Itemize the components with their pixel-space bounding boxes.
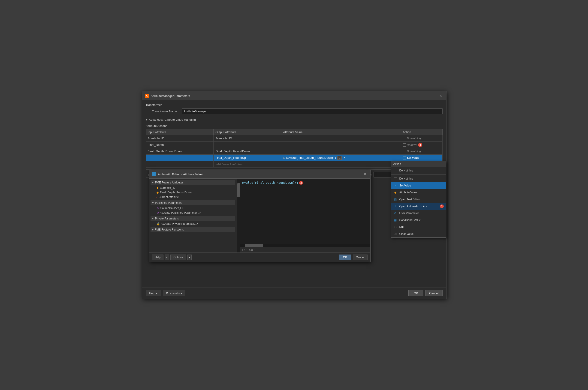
tree-item-source-dataset[interactable]: ⚙ SourceDataset_FFS [151, 206, 235, 210]
ctx-item-do-nothing-1[interactable]: Do Nothing [391, 167, 446, 174]
ctx-item-set-value[interactable]: ■ Set Value [391, 182, 446, 189]
arith-close-button[interactable]: × [363, 172, 367, 177]
ctx-item-null[interactable]: ∅ Null [391, 224, 446, 231]
arith-bottom-right: OK Cancel [339, 254, 368, 260]
ctx-item-open-text-editor[interactable]: ▤ Open Text Editor... [391, 196, 446, 203]
group-label: Published Parameters [155, 201, 182, 204]
ctx-set-value-icon: ■ [393, 184, 398, 188]
group-expand-icon [152, 202, 154, 203]
table-row[interactable]: Final_Depth_RoundUp ⊞ @Value(Final_Depth… [146, 155, 442, 161]
ctx-text-editor-icon: ▤ [393, 197, 398, 201]
ctx-item-label: Conditional Value... [399, 219, 423, 222]
action-text-selected: Set Value [407, 156, 419, 159]
formula-dropdown-arrow[interactable] [343, 157, 347, 158]
tree-item-final-depth-rounddown[interactable]: ◆ Final_Depth_RoundDown [151, 190, 235, 195]
tree-item-create-published[interactable]: ⚙ <Create Published Parameter...> [151, 210, 235, 215]
arith-status-bar: Ln 1, Col 1 [240, 247, 370, 252]
dialog-title: AttributeManager Parameters [151, 94, 190, 98]
arith-editor-area[interactable]: @Value(Final_Depth_RoundDown)+1 2 [240, 179, 370, 244]
ctx-null-icon: ∅ [393, 225, 398, 229]
input-attr-cell: Borehole_ID [146, 135, 213, 142]
main-cancel-button[interactable]: Cancel [425, 290, 442, 296]
presets-button[interactable]: ⚙ Presets [163, 290, 185, 296]
remove-badge: 3 [418, 143, 422, 147]
arith-editor-panel: @Value(Final_Depth_RoundDown)+1 2 Ln 1, … [240, 179, 370, 252]
arith-tree-scrollbar[interactable] [237, 179, 240, 252]
group-label: FME Feature Attributes [155, 181, 184, 184]
arith-help-dropdown[interactable]: ▾ [165, 254, 169, 260]
formula-dots-button[interactable]: ... [337, 156, 342, 160]
output-attr-cell: Final_Depth_RoundUp [213, 155, 281, 161]
ctx-item-do-nothing-2[interactable]: Do Nothing [391, 175, 446, 182]
title-bar-left: A AttributeManager Parameters [145, 94, 190, 98]
formula-icon: ⊞ [283, 156, 285, 159]
arithmetic-editor-dialog: ± Arithmetic Editor - 'Attribute Value' … [149, 170, 371, 262]
transformer-name-label: Transformer Name: [146, 110, 178, 113]
main-ok-button[interactable]: OK [408, 290, 424, 296]
tree-item-label: <Create Published Parameter...> [160, 211, 201, 214]
arith-options-dropdown[interactable]: ▾ [187, 254, 192, 260]
arith-cancel-button[interactable]: Cancel [353, 254, 367, 260]
ctx-item-clear-value[interactable]: ◁ Clear Value [391, 231, 446, 238]
ctx-item-label: Null [399, 225, 404, 229]
group-expand-icon [152, 182, 154, 183]
arith-horiz-scroll-thumb [245, 244, 263, 247]
arith-title-bar: ± Arithmetic Editor - 'Attribute Value' … [149, 170, 370, 179]
action-checkbox [403, 143, 406, 146]
presets-dropdown-icon [181, 292, 182, 295]
tree-group-published-params[interactable]: Published Parameters [151, 200, 235, 205]
attribute-icon: ◆ [157, 186, 159, 190]
arith-ok-button[interactable]: OK [339, 254, 351, 260]
advanced-triangle-icon [146, 119, 148, 121]
tree-group-fme-attrs[interactable]: FME Feature Attributes [151, 180, 235, 185]
input-attr-cell-add [146, 161, 213, 168]
output-attr-cell: Borehole_ID [213, 135, 281, 142]
arith-horiz-scrollbar[interactable] [240, 244, 370, 247]
ctx-item-user-parameter[interactable]: ⚙ User Parameter [391, 210, 446, 217]
tree-item-create-private[interactable]: 🔒 <Create Private Parameter...> [151, 222, 235, 226]
table-row[interactable]: Final_Depth Remove 3 [146, 142, 442, 148]
published-param-icon: ⚙ [157, 211, 159, 214]
ctx-item-conditional-value[interactable]: ▦ Conditional Value... [391, 217, 446, 224]
main-close-button[interactable]: × [438, 93, 443, 98]
arith-dialog-title: Arithmetic Editor - 'Attribute Value' [158, 173, 203, 176]
tree-item-current-attribute[interactable]: f Current Attribute [151, 195, 235, 199]
transformer-name-input[interactable] [182, 108, 443, 114]
output-attr-cell [213, 142, 281, 148]
formula-badge: 2 [299, 181, 303, 185]
ctx-item-label: Open Arithmetic Editor... [399, 205, 429, 208]
formula-value: @Value(Final_Depth_RoundDown)+1 [286, 156, 336, 159]
tree-group-private-params[interactable]: Private Parameters [151, 216, 235, 221]
transformer-section-label: Transformer [146, 103, 443, 107]
context-menu-header: Action [391, 161, 446, 167]
col-header-value: Attribute Value [281, 129, 401, 135]
arith-editor-badge: 1 [440, 204, 444, 208]
help-button[interactable]: Help [146, 290, 161, 296]
ctx-item-label: Set Value [399, 184, 411, 187]
ctx-item-label: Do Nothing [399, 169, 413, 172]
advanced-row[interactable]: Advanced: Attribute Value Handling [146, 118, 443, 121]
arith-options-button[interactable]: Options [170, 254, 186, 260]
arith-help-button[interactable]: Help [152, 254, 164, 260]
ctx-clear-icon: ◁ [393, 232, 398, 236]
ctx-item-attribute-value[interactable]: ◆ Attribute Value [391, 189, 446, 196]
function-icon: f [157, 196, 158, 198]
tree-item-borehole-id[interactable]: ◆ Borehole_ID [151, 186, 235, 190]
action-text: Remove [407, 143, 417, 146]
tree-group-fme-funcs[interactable]: FME Feature Functions [151, 227, 235, 232]
value-cell [281, 135, 401, 142]
help-dropdown-icon [156, 292, 158, 295]
action-checkbox [403, 156, 406, 159]
input-attr-cell [146, 155, 213, 161]
ctx-item-open-arith-editor[interactable]: ± Open Arithmetic Editor... 1 [391, 203, 446, 210]
arith-icon: ± [152, 172, 156, 176]
ctx-checkbox-icon-2 [393, 177, 398, 181]
tree-item-label: <Create Private Parameter...> [161, 222, 198, 225]
table-row[interactable]: Final_Depth_RoundDown Final_Depth_RoundD… [146, 148, 442, 155]
group-collapsed-icon [152, 229, 154, 231]
ctx-checkbox-icon [393, 168, 398, 173]
action-cell: Remove 3 [401, 142, 442, 148]
table-row[interactable]: Borehole_ID Borehole_ID Do Nothing [146, 135, 442, 142]
bottom-bar: Help ⚙ Presets OK Cancel [142, 288, 446, 299]
value-cell [281, 142, 401, 148]
